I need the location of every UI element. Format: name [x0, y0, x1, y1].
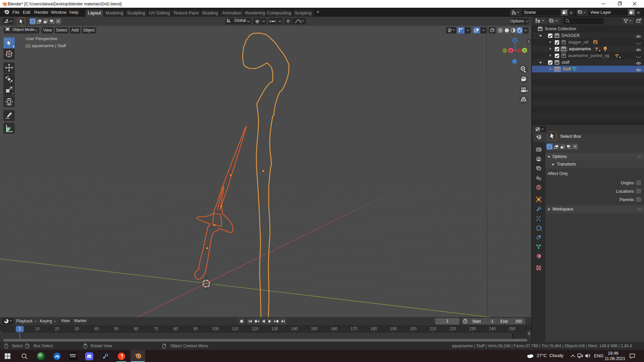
svg-text:Z: Z: [514, 39, 516, 42]
svg-text:X: X: [510, 49, 512, 52]
svg-text:Y: Y: [524, 49, 526, 52]
